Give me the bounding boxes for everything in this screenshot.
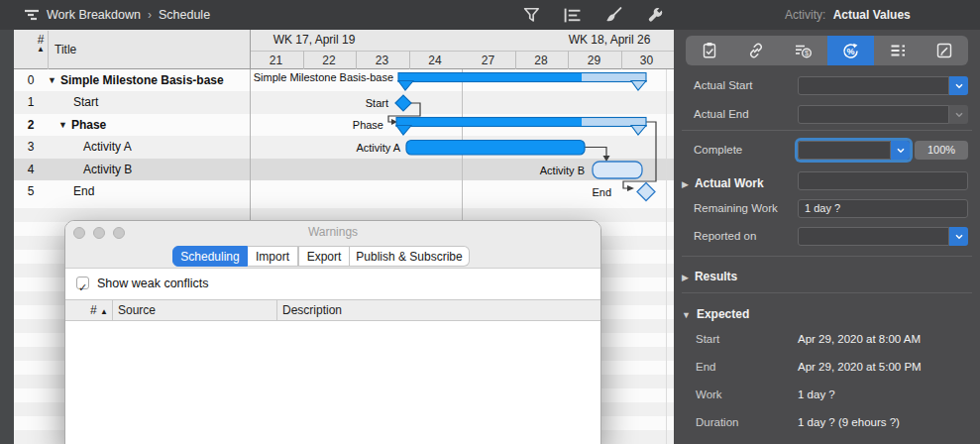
expected-section-header[interactable]: ▼Expected xyxy=(682,304,749,322)
complete-dropdown[interactable] xyxy=(891,141,910,160)
row-number: 3 xyxy=(14,136,48,159)
gantt-milestone-end[interactable] xyxy=(637,183,655,201)
number-column-header[interactable]: # ▲ xyxy=(34,33,48,54)
disclosure-triangle[interactable]: ▼ xyxy=(48,75,60,85)
inspector-panel: $ % xyxy=(674,30,980,444)
reported-on-dropdown[interactable] xyxy=(949,227,968,246)
tab-actual-values[interactable]: % xyxy=(827,36,875,65)
row-number: 4 xyxy=(14,159,48,180)
actual-work-field[interactable] xyxy=(798,171,968,190)
tab-notes[interactable] xyxy=(922,36,969,65)
warnings-table-header: # ▲ Source Description xyxy=(65,299,600,321)
day-27[interactable]: 27 xyxy=(462,52,514,69)
disclosure-down-icon[interactable]: ▼ xyxy=(682,310,697,320)
filter-icon[interactable] xyxy=(523,7,541,24)
actual-start-field[interactable] xyxy=(798,76,949,95)
chevron-down-icon xyxy=(897,148,905,154)
expected-start-label: Start xyxy=(696,333,719,345)
day-28[interactable]: 28 xyxy=(515,52,568,69)
tab-task-info[interactable] xyxy=(686,36,733,65)
gantt-bar-group-simple-milestone[interactable] xyxy=(398,73,646,91)
title-column-header[interactable]: Title xyxy=(54,43,76,56)
omniplan-window: Work Breakdown›Schedule Activity: Actual… xyxy=(0,0,980,444)
actual-start-dropdown[interactable] xyxy=(949,76,968,95)
day-30[interactable]: 30 xyxy=(621,52,673,69)
disclosure-triangle[interactable]: ▼ xyxy=(58,120,71,130)
show-weak-conflicts-checkbox[interactable]: ✓ xyxy=(76,277,89,289)
disclosure-right-icon[interactable]: ▶ xyxy=(682,179,695,189)
resource-cost-icon: $ xyxy=(794,42,813,59)
row-title[interactable]: Simple Milestone Basis-base xyxy=(60,73,224,87)
results-section-header[interactable]: ▶Results xyxy=(682,267,737,284)
complete-100-percent-button[interactable]: 100% xyxy=(915,141,968,160)
note-edit-icon xyxy=(935,42,953,59)
actual-end-label: Actual End xyxy=(694,105,749,124)
warnings-table-body[interactable] xyxy=(65,321,600,444)
show-weak-conflicts-label[interactable]: Show weak conflicts xyxy=(97,277,209,290)
day-29[interactable]: 29 xyxy=(568,52,620,69)
bar-label: Activity A xyxy=(356,142,400,154)
actual-end-field[interactable] xyxy=(798,105,949,124)
gantt-bar-group-phase[interactable] xyxy=(396,118,646,136)
inspector-title-name: Actual Values xyxy=(829,8,911,22)
day-23[interactable]: 23 xyxy=(356,52,408,69)
breadcrumb: Work Breakdown›Schedule xyxy=(47,0,210,30)
expected-duration-value: 1 day ? (9 ehours ?) xyxy=(798,416,900,428)
tab-import[interactable]: Import xyxy=(248,246,298,267)
tab-scheduling[interactable]: Scheduling xyxy=(172,246,248,267)
actual-work-label: Actual Work xyxy=(695,176,764,190)
gantt-bar-activity-b[interactable] xyxy=(593,162,642,178)
row-title[interactable]: Start xyxy=(73,95,98,109)
row-title[interactable]: Activity B xyxy=(83,163,132,176)
tab-export[interactable]: Export xyxy=(298,246,350,267)
wrench-icon[interactable] xyxy=(646,7,664,24)
reported-on-field[interactable] xyxy=(798,227,949,246)
tab-dependencies[interactable] xyxy=(733,36,781,65)
breadcrumb-schedule[interactable]: Schedule xyxy=(159,8,210,22)
tab-publish-subscribe[interactable]: Publish & Subscribe xyxy=(350,246,470,267)
row-number: 0 xyxy=(14,69,48,91)
bar-label: Simple Milestone Basis-base xyxy=(254,71,393,83)
link-icon xyxy=(747,42,765,59)
breadcrumb-separator: › xyxy=(141,8,159,22)
gantt-bar-activity-a[interactable] xyxy=(406,141,585,156)
week-17-header[interactable]: WK 17, April 19 xyxy=(250,33,379,47)
warnings-titlebar[interactable]: Warnings Scheduling Import Export Publis… xyxy=(65,221,600,269)
remaining-work-field[interactable]: 1 day ? xyxy=(798,199,968,218)
day-21[interactable]: 21 xyxy=(250,52,302,69)
expected-duration-label: Duration xyxy=(696,416,738,428)
bar-label: Start xyxy=(366,97,388,109)
expected-work-value: 1 day ? xyxy=(798,388,835,400)
inspector-window-title: Activity: Actual Values xyxy=(785,0,911,30)
row-title[interactable]: Activity A xyxy=(83,140,132,154)
row-title[interactable]: End xyxy=(73,184,94,198)
inspector-title-context: Activity: xyxy=(785,8,825,22)
day-22[interactable]: 22 xyxy=(303,52,356,69)
day-24[interactable]: 24 xyxy=(409,52,462,69)
row-title[interactable]: Phase xyxy=(71,118,106,132)
expected-end-value: Apr 29, 2020 at 5:00 PM xyxy=(798,361,922,373)
remaining-work-label: Remaining Work xyxy=(694,199,778,218)
actual-end-dropdown[interactable] xyxy=(949,105,968,124)
inspector-tab-bar: $ % xyxy=(686,36,968,65)
dialog-title: Warnings xyxy=(65,225,600,239)
tab-resources-cost[interactable]: $ xyxy=(780,36,827,65)
warnings-source-column-header[interactable]: Source xyxy=(118,303,156,317)
left-rail xyxy=(0,30,14,444)
gantt-milestone-start[interactable] xyxy=(395,95,411,111)
expected-end-label: End xyxy=(696,361,715,373)
tab-custom-data[interactable] xyxy=(874,36,922,65)
warnings-description-column-header[interactable]: Description xyxy=(282,303,342,317)
disclosure-right-icon[interactable]: ▶ xyxy=(682,273,695,282)
chevron-down-icon xyxy=(955,83,963,89)
dependency-activity-a-to-b xyxy=(585,148,606,157)
week-18-header[interactable]: WK 18, April 26 xyxy=(545,33,674,47)
complete-field[interactable] xyxy=(798,141,891,160)
align-lines-icon[interactable] xyxy=(564,7,582,24)
warnings-dialog: Warnings Scheduling Import Export Publis… xyxy=(64,220,601,444)
brush-icon[interactable] xyxy=(604,7,622,24)
breadcrumb-work-breakdown[interactable]: Work Breakdown xyxy=(47,8,141,22)
expected-start-value: Apr 29, 2020 at 8:00 AM xyxy=(798,333,921,345)
warnings-number-column-header[interactable]: # ▲ xyxy=(90,303,108,317)
sort-ascending-icon[interactable]: ▲ xyxy=(34,45,48,54)
